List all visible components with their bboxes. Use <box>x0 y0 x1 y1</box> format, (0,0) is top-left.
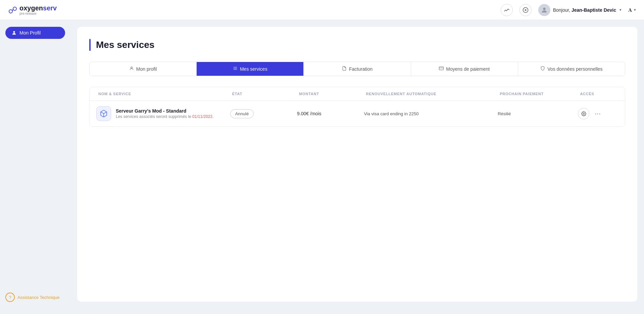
sidebar-bottom: ? Assistance Technique <box>5 293 65 307</box>
page-title: Mes services <box>96 40 154 50</box>
header-etat: ÉTAT <box>230 90 297 97</box>
amount-cell: 9.00€ /mois <box>297 111 364 116</box>
user-greeting: Bonjour, Jean-Baptiste Devic <box>553 7 616 13</box>
settings-button[interactable] <box>578 108 589 119</box>
header-montant: MONTANT <box>297 90 364 97</box>
language-switcher[interactable]: 𝐀 ▾ <box>628 7 636 13</box>
services-table: NOM & SERVICE ÉTAT MONTANT RENOUVELLEMEN… <box>89 87 625 127</box>
service-cell: Serveur Garry's Mod - Standard Les servi… <box>96 106 230 121</box>
service-icon-wrap <box>96 106 111 121</box>
payment-cell: Via visa card ending in 2250 <box>364 111 498 116</box>
logo: oxygenserv pre-release <box>8 5 57 15</box>
header-renouvellement: RENOUVELLEMENT AUTOMATIQUE <box>364 90 498 97</box>
logo-icon <box>8 5 17 15</box>
logo-sub: pre-release <box>19 12 57 15</box>
assistance-button[interactable]: ? Assistance Technique <box>5 293 65 302</box>
sidebar: Mon Profil ? Assistance Technique <box>0 20 70 314</box>
user-menu-chevron: ▾ <box>620 8 622 12</box>
acces-cell: ⋯ <box>578 108 618 119</box>
sidebar-top: Mon Profil <box>5 27 65 39</box>
prochain-cell: Résilié <box>498 111 578 116</box>
assistance-label: Assistance Technique <box>17 295 60 300</box>
layout: Mon Profil ? Assistance Technique Mes se… <box>0 20 644 314</box>
svg-rect-12 <box>439 67 444 70</box>
svg-point-8 <box>131 67 133 68</box>
user-menu[interactable]: Bonjour, Jean-Baptiste Devic ▾ <box>538 4 622 16</box>
tab-moyens-paiement[interactable]: Moyens de paiement <box>411 62 518 76</box>
tab-mes-services-label: Mes services <box>240 66 267 72</box>
svg-line-2 <box>12 10 13 10</box>
profile-button-label: Mon Profil <box>19 30 41 36</box>
svg-point-0 <box>9 10 12 13</box>
gear-icon <box>581 111 586 116</box>
logo-text-wrap: oxygenserv pre-release <box>19 5 57 15</box>
nav-right: Bonjour, Jean-Baptiste Devic ▾ 𝐀 ▾ <box>501 4 636 16</box>
tab-donnees-perso-label: Vos données personnelles <box>547 66 602 72</box>
tab-mes-services[interactable]: Mes services <box>197 62 304 76</box>
tab-facturation[interactable]: Facturation <box>304 62 411 76</box>
service-sub: Les services associés seront supprimés l… <box>116 114 214 119</box>
svg-point-7 <box>13 31 15 33</box>
svg-point-15 <box>583 113 585 114</box>
mon-profil-button[interactable]: Mon Profil <box>5 27 65 39</box>
main-content: Mes services Mon profil Mes services <box>70 20 644 314</box>
analytics-icon-btn[interactable] <box>501 4 513 16</box>
credit-icon <box>439 66 444 72</box>
list-icon <box>233 66 238 72</box>
lang-icon: 𝐀 <box>628 7 632 13</box>
tabs-bar: Mon profil Mes services Facturation <box>89 62 625 76</box>
notifications-icon-btn[interactable] <box>519 4 532 16</box>
lang-chevron: ▾ <box>634 8 636 12</box>
shield-icon <box>540 66 545 72</box>
content-card: Mes services Mon profil Mes services <box>77 27 637 302</box>
tab-donnees-perso[interactable]: Vos données personnelles <box>518 62 625 76</box>
service-name: Serveur Garry's Mod - Standard <box>116 108 214 114</box>
table-row: Serveur Garry's Mod - Standard Les servi… <box>90 101 625 126</box>
file-icon <box>342 66 347 72</box>
tab-moyens-paiement-label: Moyens de paiement <box>446 66 490 72</box>
status-cell: Annulé <box>230 109 297 118</box>
tab-facturation-label: Facturation <box>349 66 373 72</box>
tab-mon-profil-label: Mon profil <box>136 66 157 72</box>
table-header: NOM & SERVICE ÉTAT MONTANT RENOUVELLEMEN… <box>90 87 625 101</box>
logo-name: oxygenserv <box>19 5 57 11</box>
service-info: Serveur Garry's Mod - Standard Les servi… <box>116 108 214 119</box>
user-icon <box>11 30 17 36</box>
person-icon <box>129 66 134 72</box>
gameserver-icon <box>100 110 108 118</box>
user-full-name: Jean-Baptiste Devic <box>572 7 616 13</box>
assistance-icon: ? <box>5 293 15 302</box>
more-options-button[interactable]: ⋯ <box>593 109 603 118</box>
avatar <box>538 4 550 16</box>
page-title-bar <box>89 39 91 51</box>
header-nom-service: NOM & SERVICE <box>96 90 230 97</box>
svg-point-6 <box>543 7 545 10</box>
tab-mon-profil[interactable]: Mon profil <box>90 62 197 76</box>
top-navigation: oxygenserv pre-release <box>0 0 644 20</box>
svg-point-1 <box>13 7 16 10</box>
page-title-wrap: Mes services <box>89 39 625 51</box>
header-acces: ACCÈS <box>578 90 618 97</box>
header-prochain-paiement: PROCHAIN PAIEMENT <box>498 90 578 97</box>
status-badge: Annulé <box>230 109 254 118</box>
